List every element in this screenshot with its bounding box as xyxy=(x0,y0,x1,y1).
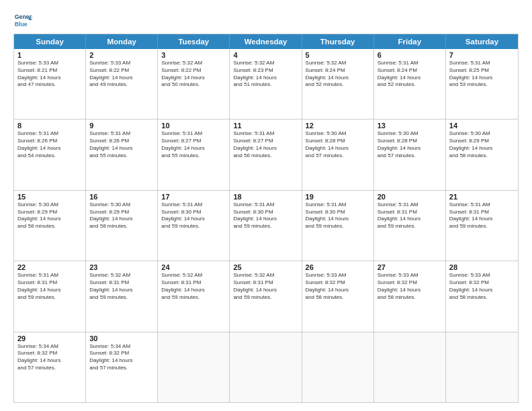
day-info: Sunrise: 5:31 AM Sunset: 8:31 PM Dayligh… xyxy=(449,201,515,230)
table-row: 26Sunrise: 5:33 AM Sunset: 8:32 PM Dayli… xyxy=(302,261,374,331)
day-number: 27 xyxy=(378,263,442,271)
day-number: 19 xyxy=(306,193,370,201)
table-row xyxy=(302,332,374,402)
calendar-body: 1Sunrise: 5:33 AM Sunset: 8:21 PM Daylig… xyxy=(14,49,518,402)
day-number: 5 xyxy=(306,51,370,59)
table-row xyxy=(374,332,446,402)
day-info: Sunrise: 5:31 AM Sunset: 8:30 PM Dayligh… xyxy=(233,201,298,230)
table-row xyxy=(158,332,230,402)
header-sunday: Sunday xyxy=(14,34,86,49)
day-info: Sunrise: 5:31 AM Sunset: 8:25 PM Dayligh… xyxy=(449,60,515,89)
table-row: 8Sunrise: 5:31 AM Sunset: 8:26 PM Daylig… xyxy=(14,120,86,189)
table-row: 18Sunrise: 5:31 AM Sunset: 8:30 PM Dayli… xyxy=(230,191,302,261)
day-number: 7 xyxy=(449,51,515,59)
day-number: 1 xyxy=(17,51,82,59)
calendar: Sunday Monday Tuesday Wednesday Thursday… xyxy=(13,34,519,403)
day-info: Sunrise: 5:30 AM Sunset: 8:29 PM Dayligh… xyxy=(89,201,154,230)
day-info: Sunrise: 5:32 AM Sunset: 8:24 PM Dayligh… xyxy=(306,60,370,89)
day-info: Sunrise: 5:33 AM Sunset: 8:32 PM Dayligh… xyxy=(306,272,370,301)
table-row: 1Sunrise: 5:33 AM Sunset: 8:21 PM Daylig… xyxy=(14,49,86,119)
day-info: Sunrise: 5:30 AM Sunset: 8:28 PM Dayligh… xyxy=(378,130,442,159)
day-info: Sunrise: 5:30 AM Sunset: 8:29 PM Dayligh… xyxy=(449,130,515,159)
day-number: 20 xyxy=(378,193,442,201)
header-saturday: Saturday xyxy=(446,34,518,49)
day-info: Sunrise: 5:32 AM Sunset: 8:23 PM Dayligh… xyxy=(233,60,298,89)
day-info: Sunrise: 5:34 AM Sunset: 8:32 PM Dayligh… xyxy=(89,343,154,372)
header: General Blue xyxy=(13,11,519,30)
day-number: 2 xyxy=(89,51,154,59)
table-row: 6Sunrise: 5:31 AM Sunset: 8:24 PM Daylig… xyxy=(374,49,446,119)
header-thursday: Thursday xyxy=(302,34,374,49)
day-number: 11 xyxy=(233,122,298,130)
table-row: 13Sunrise: 5:30 AM Sunset: 8:28 PM Dayli… xyxy=(374,120,446,189)
table-row: 23Sunrise: 5:32 AM Sunset: 8:31 PM Dayli… xyxy=(86,261,158,331)
day-info: Sunrise: 5:30 AM Sunset: 8:28 PM Dayligh… xyxy=(306,130,370,159)
day-info: Sunrise: 5:32 AM Sunset: 8:31 PM Dayligh… xyxy=(161,272,226,301)
day-info: Sunrise: 5:32 AM Sunset: 8:31 PM Dayligh… xyxy=(233,272,298,301)
table-row: 7Sunrise: 5:31 AM Sunset: 8:25 PM Daylig… xyxy=(446,49,518,119)
table-row: 5Sunrise: 5:32 AM Sunset: 8:24 PM Daylig… xyxy=(302,49,374,119)
day-info: Sunrise: 5:33 AM Sunset: 8:32 PM Dayligh… xyxy=(449,272,515,301)
day-info: Sunrise: 5:31 AM Sunset: 8:26 PM Dayligh… xyxy=(89,130,154,159)
header-monday: Monday xyxy=(86,34,158,49)
table-row: 4Sunrise: 5:32 AM Sunset: 8:23 PM Daylig… xyxy=(230,49,302,119)
page: General Blue Sunday Monday Tuesday Wedne… xyxy=(0,0,532,411)
table-row xyxy=(446,332,518,402)
table-row: 14Sunrise: 5:30 AM Sunset: 8:29 PM Dayli… xyxy=(446,120,518,189)
table-row: 16Sunrise: 5:30 AM Sunset: 8:29 PM Dayli… xyxy=(86,191,158,261)
table-row: 27Sunrise: 5:33 AM Sunset: 8:32 PM Dayli… xyxy=(374,261,446,331)
day-number: 12 xyxy=(306,122,370,130)
table-row: 21Sunrise: 5:31 AM Sunset: 8:31 PM Dayli… xyxy=(446,191,518,261)
day-info: Sunrise: 5:31 AM Sunset: 8:31 PM Dayligh… xyxy=(378,201,442,230)
day-number: 26 xyxy=(306,263,370,271)
table-row: 25Sunrise: 5:32 AM Sunset: 8:31 PM Dayli… xyxy=(230,261,302,331)
week-row-3: 15Sunrise: 5:30 AM Sunset: 8:29 PM Dayli… xyxy=(14,190,518,261)
day-number: 3 xyxy=(161,51,226,59)
day-number: 15 xyxy=(17,193,82,201)
header-wednesday: Wednesday xyxy=(230,34,302,49)
table-row: 28Sunrise: 5:33 AM Sunset: 8:32 PM Dayli… xyxy=(446,261,518,331)
day-info: Sunrise: 5:34 AM Sunset: 8:32 PM Dayligh… xyxy=(17,343,82,372)
table-row: 15Sunrise: 5:30 AM Sunset: 8:29 PM Dayli… xyxy=(14,191,86,261)
table-row: 30Sunrise: 5:34 AM Sunset: 8:32 PM Dayli… xyxy=(86,332,158,402)
table-row: 22Sunrise: 5:31 AM Sunset: 8:31 PM Dayli… xyxy=(14,261,86,331)
table-row: 19Sunrise: 5:31 AM Sunset: 8:30 PM Dayli… xyxy=(302,191,374,261)
calendar-header: Sunday Monday Tuesday Wednesday Thursday… xyxy=(14,34,518,49)
svg-text:Blue: Blue xyxy=(15,21,28,28)
day-info: Sunrise: 5:33 AM Sunset: 8:22 PM Dayligh… xyxy=(89,60,154,89)
day-number: 9 xyxy=(89,122,154,130)
day-info: Sunrise: 5:33 AM Sunset: 8:32 PM Dayligh… xyxy=(378,272,442,301)
day-info: Sunrise: 5:31 AM Sunset: 8:26 PM Dayligh… xyxy=(17,130,82,159)
table-row: 29Sunrise: 5:34 AM Sunset: 8:32 PM Dayli… xyxy=(14,332,86,402)
week-row-4: 22Sunrise: 5:31 AM Sunset: 8:31 PM Dayli… xyxy=(14,261,518,331)
day-number: 10 xyxy=(161,122,226,130)
day-info: Sunrise: 5:33 AM Sunset: 8:21 PM Dayligh… xyxy=(17,60,82,89)
table-row: 17Sunrise: 5:31 AM Sunset: 8:30 PM Dayli… xyxy=(158,191,230,261)
day-number: 4 xyxy=(233,51,298,59)
day-number: 13 xyxy=(378,122,442,130)
table-row: 3Sunrise: 5:32 AM Sunset: 8:22 PM Daylig… xyxy=(158,49,230,119)
day-number: 17 xyxy=(161,193,226,201)
table-row: 10Sunrise: 5:31 AM Sunset: 8:27 PM Dayli… xyxy=(158,120,230,189)
table-row xyxy=(230,332,302,402)
day-number: 29 xyxy=(17,334,82,342)
day-number: 23 xyxy=(89,263,154,271)
week-row-5: 29Sunrise: 5:34 AM Sunset: 8:32 PM Dayli… xyxy=(14,332,518,402)
header-tuesday: Tuesday xyxy=(158,34,230,49)
day-number: 24 xyxy=(161,263,226,271)
day-info: Sunrise: 5:32 AM Sunset: 8:31 PM Dayligh… xyxy=(89,272,154,301)
day-number: 21 xyxy=(449,193,515,201)
table-row: 20Sunrise: 5:31 AM Sunset: 8:31 PM Dayli… xyxy=(374,191,446,261)
week-row-1: 1Sunrise: 5:33 AM Sunset: 8:21 PM Daylig… xyxy=(14,49,518,119)
day-info: Sunrise: 5:30 AM Sunset: 8:29 PM Dayligh… xyxy=(17,201,82,230)
day-info: Sunrise: 5:31 AM Sunset: 8:30 PM Dayligh… xyxy=(161,201,226,230)
day-number: 16 xyxy=(89,193,154,201)
day-number: 22 xyxy=(17,263,82,271)
table-row: 24Sunrise: 5:32 AM Sunset: 8:31 PM Dayli… xyxy=(158,261,230,331)
logo-icon: General Blue xyxy=(13,11,32,30)
table-row: 2Sunrise: 5:33 AM Sunset: 8:22 PM Daylig… xyxy=(86,49,158,119)
day-info: Sunrise: 5:31 AM Sunset: 8:27 PM Dayligh… xyxy=(233,130,298,159)
day-info: Sunrise: 5:32 AM Sunset: 8:22 PM Dayligh… xyxy=(161,60,226,89)
day-info: Sunrise: 5:31 AM Sunset: 8:31 PM Dayligh… xyxy=(17,272,82,301)
day-number: 28 xyxy=(449,263,515,271)
